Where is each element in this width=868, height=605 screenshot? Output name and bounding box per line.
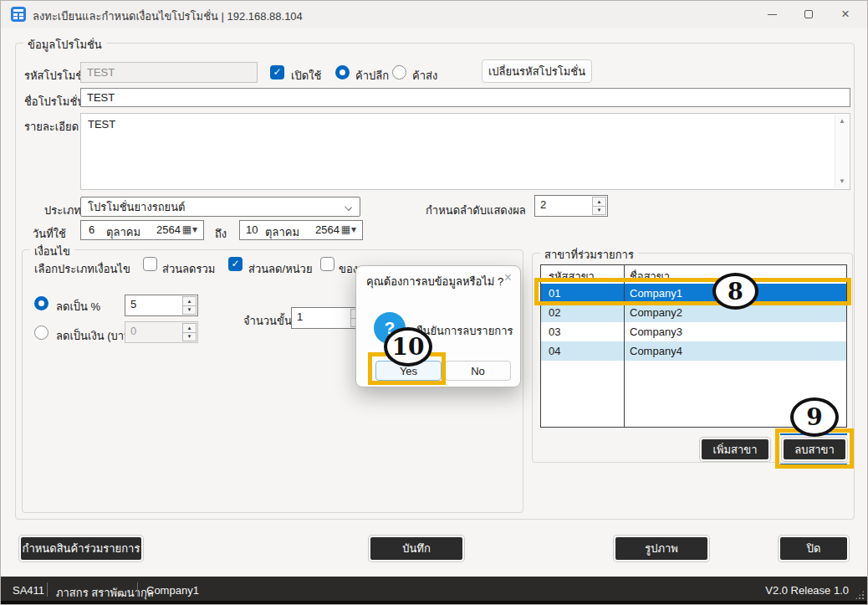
retail-radio[interactable] (335, 65, 350, 79)
chevron-down-icon (345, 203, 352, 211)
promo-code-field: TEST (80, 62, 258, 83)
retail-radio-label: ค้าปลีก (355, 67, 389, 85)
type-value: โปรโมชั่นยางรถยนต์ (88, 198, 186, 216)
table-row[interactable]: 02Company2 (541, 303, 846, 322)
app-window: ลงทะเบียนและกำหนดเงื่อนไขโปรโมชั่น | 192… (0, 0, 868, 605)
promo-name-label: ชื่อโปรโมชั่น (24, 93, 84, 110)
display-order-stepper[interactable]: 2 ▲▼ (534, 195, 608, 217)
title-bar: ลงทะเบียนและกำหนดเงื่อนไขโปรโมชั่น | 192… (1, 1, 867, 28)
status-screen-code: SA411 (13, 584, 44, 597)
annotation-step-9: 9 (790, 397, 839, 437)
detail-value: TEST (88, 118, 115, 131)
detail-scrollbar[interactable]: ▲ ▼ (835, 115, 849, 188)
add-branch-button[interactable]: เพิ่มสาขา (700, 438, 770, 461)
enabled-checkbox-label: เปิดใช้ (291, 67, 321, 85)
spin-up-icon[interactable]: ▲ (182, 296, 197, 305)
annotation-step-8: 8 (712, 273, 758, 310)
display-order-label: กำหนดลำดับแสดงผล (426, 202, 526, 219)
spin-down-icon[interactable]: ▼ (592, 206, 606, 216)
set-products-button[interactable]: กำหนดสินค้าร่วมรายการ (19, 536, 143, 561)
wholesale-radio-label: ค้าส่ง (412, 67, 437, 85)
app-icon (11, 7, 26, 22)
window-title: ลงทะเบียนและกำหนดเงื่อนไขโปรโมชั่น | 192… (33, 8, 303, 25)
detail-textarea[interactable]: TEST ▲ ▼ (80, 113, 850, 190)
money-radio[interactable] (34, 326, 49, 340)
status-company: Company1 (146, 584, 199, 597)
status-divider (137, 582, 138, 597)
per-unit-discount-label: ส่วนลด/หน่วย (248, 260, 313, 278)
resize-grip[interactable] (855, 590, 865, 600)
status-divider (47, 582, 48, 597)
table-row[interactable]: 04Company4 (541, 341, 846, 361)
dialog-close-icon[interactable]: × (504, 270, 512, 285)
percent-radio[interactable] (34, 296, 49, 310)
dialog-message: ยืนยันการลบรายการ (416, 322, 513, 340)
spin-down-icon[interactable]: ▼ (182, 305, 197, 315)
calendar-icon[interactable]: ▦▾ (341, 223, 357, 235)
status-version: V2.0 Release 1.0 (765, 584, 849, 597)
no-button[interactable]: No (445, 361, 511, 381)
status-bar: SA411 ภาสกร สราพัฒนากุล Company1 V2.0 Re… (1, 577, 867, 604)
maximize-button[interactable] (790, 1, 827, 28)
total-discount-label: ส่วนลดรวม (162, 260, 215, 278)
promo-group-label: ข้อมูลโปรโมชั่น (23, 36, 106, 54)
close-form-button[interactable]: ปิด (779, 536, 849, 561)
money-stepper: 0 ▲▼ (125, 321, 198, 343)
enabled-checkbox[interactable]: ✓ (270, 65, 284, 79)
status-bottom-strip (1, 601, 867, 604)
percent-radio-label: ลดเป็น % (56, 298, 100, 315)
date-from-picker[interactable]: 6 ตุลาคม 2564 ▦▾ (80, 220, 204, 240)
type-combobox[interactable]: โปรโมชั่นยางรถยนต์ (80, 197, 360, 217)
total-discount-checkbox[interactable] (143, 257, 157, 271)
spin-up-icon[interactable]: ▲ (592, 197, 606, 206)
branches-group-label: สาขาที่ร่วมรายการ (540, 246, 638, 264)
percent-stepper[interactable]: 5 ▲▼ (125, 295, 198, 316)
save-button[interactable]: บันทึก (369, 536, 464, 561)
gift-checkbox[interactable] (320, 257, 334, 271)
conditions-group-label: เงื่อนไข (30, 243, 74, 260)
wholesale-radio[interactable] (392, 65, 406, 79)
to-label: ถึง (215, 225, 227, 243)
minimize-button[interactable] (753, 1, 790, 28)
money-radio-label: ลดเป็นเงิน (บาท) (56, 327, 135, 345)
promo-name-field[interactable]: TEST (80, 88, 850, 107)
dialog-title: คุณต้องการลบข้อมูลหรือไม่ ? (366, 273, 503, 290)
table-row[interactable]: 03Company3 (541, 322, 846, 341)
scroll-up-icon[interactable]: ▲ (835, 115, 849, 128)
image-button[interactable]: รูปภาพ (614, 536, 709, 561)
spin-down-icon: ▼ (182, 332, 197, 342)
highlight-box-row (534, 278, 851, 305)
per-unit-discount-checkbox[interactable]: ✓ (228, 257, 243, 271)
spin-up-icon: ▲ (182, 323, 197, 332)
type-label: ประเภท (44, 202, 81, 219)
calendar-icon[interactable]: ▦▾ (182, 223, 198, 235)
date-label: วันที่ใช้ (33, 225, 66, 243)
scroll-down-icon[interactable]: ▼ (835, 175, 849, 188)
date-to-picker[interactable]: 10 ตุลาคม 2564 ▦▾ (239, 220, 363, 240)
status-user-name: ภาสกร สราพัฒนากุล (56, 584, 154, 602)
close-button[interactable]: × (827, 1, 864, 28)
detail-label: รายละเอียด (24, 118, 79, 136)
annotation-step-10: 10 (384, 327, 432, 367)
change-code-button[interactable]: เปลี่ยนรหัสโปรโมชั่น (482, 59, 592, 83)
choose-type-label: เลือกประเภทเงื่อนไข (34, 260, 130, 278)
